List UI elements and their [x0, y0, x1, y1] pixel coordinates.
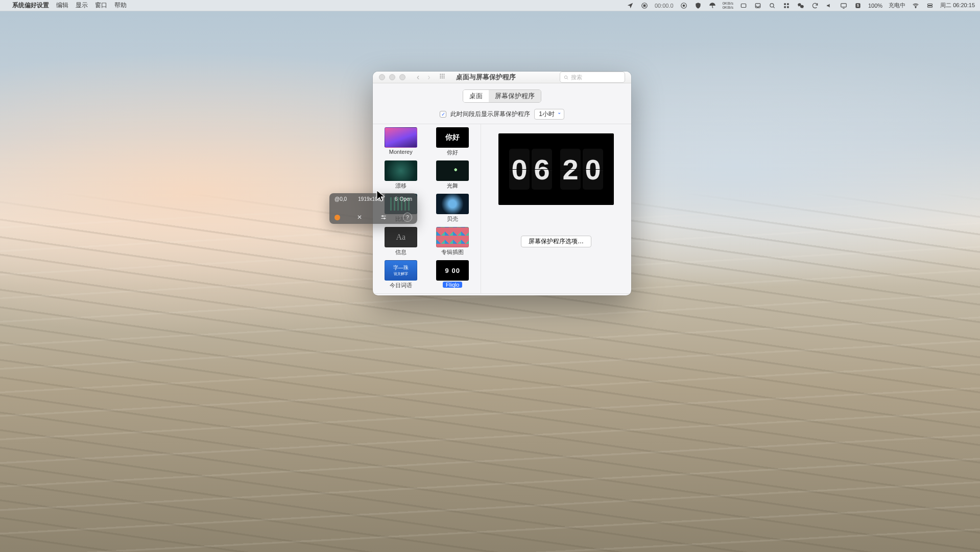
ss-label: 漂移: [395, 182, 407, 190]
grid-app-icon[interactable]: [782, 2, 791, 10]
ss-label: 信息: [395, 248, 407, 256]
search-icon[interactable]: [768, 2, 776, 10]
svg-rect-1: [643, 5, 646, 7]
ss-label: 今日词语: [390, 282, 412, 289]
nav-back-icon[interactable]: ‹: [417, 73, 419, 82]
svg-point-24: [441, 77, 442, 78]
svg-point-26: [564, 76, 567, 79]
search-placeholder: 搜索: [571, 74, 582, 81]
hud-close-icon[interactable]: ✕: [355, 213, 364, 222]
thumb-nihao: 你好: [436, 127, 469, 148]
square-s-icon[interactable]: S: [854, 2, 862, 10]
hud-origin: @0,0: [334, 196, 347, 202]
nav-forward-icon: ›: [427, 73, 430, 82]
tab-screensaver[interactable]: 屏幕保护程序: [489, 90, 541, 102]
hud-timer: 6: [395, 196, 398, 202]
ss-label: 光舞: [447, 182, 458, 190]
hud-help-icon[interactable]: ?: [403, 213, 412, 222]
hud-record-icon[interactable]: [334, 215, 340, 220]
mouse-cursor-icon: [376, 190, 387, 204]
window-titlebar[interactable]: ‹ › 桌面与屏幕保护程序 搜索: [373, 72, 631, 83]
ss-label: Fliqlo: [443, 282, 462, 288]
svg-point-21: [441, 76, 442, 77]
ss-item-light[interactable]: 光舞: [432, 160, 474, 190]
tray-icon[interactable]: [754, 2, 762, 10]
ss-item-nihao[interactable]: 你好 你好: [432, 127, 474, 156]
menu-edit[interactable]: 编辑: [56, 1, 68, 10]
hud-settings-icon[interactable]: [379, 213, 388, 222]
svg-point-19: [443, 74, 444, 75]
svg-point-17: [440, 74, 441, 75]
ss-item-album[interactable]: 专辑插图: [432, 227, 474, 256]
ss-item-shell[interactable]: 贝壳: [432, 194, 474, 223]
shield-icon[interactable]: [694, 2, 702, 10]
ss-label: 专辑插图: [441, 248, 464, 256]
menubar-app-title[interactable]: 系统偏好设置: [12, 1, 49, 10]
svg-point-6: [770, 3, 774, 7]
thumb-monterey: [385, 127, 417, 148]
thumb-fliqlo: 9 00: [436, 260, 469, 281]
svg-rect-16: [927, 6, 932, 7]
monitor-icon[interactable]: [840, 2, 848, 10]
menu-window[interactable]: 窗口: [95, 1, 107, 10]
control-center-icon[interactable]: [926, 2, 934, 10]
window-title: 桌面与屏幕保护程序: [456, 73, 516, 82]
menu-help[interactable]: 帮助: [114, 1, 127, 10]
wechat-icon[interactable]: [797, 2, 805, 10]
svg-point-27: [382, 216, 383, 217]
ss-label: 贝壳: [447, 215, 458, 223]
svg-point-3: [683, 5, 685, 7]
zoom-dot[interactable]: [399, 74, 405, 80]
svg-rect-11: [841, 3, 847, 7]
volume-icon[interactable]: [825, 2, 833, 10]
flip-h2: 6: [532, 149, 552, 190]
thumb-shell: [436, 194, 469, 214]
flip-m1: 2: [560, 149, 581, 190]
delay-select[interactable]: 1小时: [534, 109, 564, 120]
system-prefs-window: ‹ › 桌面与屏幕保护程序 搜索 桌面 屏幕保护程序 ✓ 此时间段后显示屏幕保护…: [373, 72, 631, 295]
svg-rect-4: [741, 4, 746, 7]
network-speed: 0KB/s 0KB/s: [723, 2, 733, 10]
prefs-search[interactable]: 搜索: [560, 72, 625, 83]
wifi-icon[interactable]: [912, 2, 920, 10]
menu-view[interactable]: 显示: [76, 1, 88, 10]
svg-point-18: [441, 74, 442, 75]
ss-item-drift[interactable]: 漂移: [380, 160, 422, 190]
svg-point-23: [440, 77, 441, 78]
record-timer: 00:00.0: [655, 3, 674, 9]
svg-point-25: [443, 77, 444, 78]
battery-state: 充电中: [889, 2, 905, 9]
show-all-icon[interactable]: [439, 73, 446, 82]
menubar-clock[interactable]: 周二 06:20:15: [940, 2, 975, 9]
sync-icon[interactable]: [811, 2, 819, 10]
ss-item-message[interactable]: Aa 信息: [380, 227, 422, 256]
record-stop-icon[interactable]: [640, 2, 649, 10]
umbrella-icon[interactable]: [708, 2, 716, 10]
minimize-dot[interactable]: [389, 74, 395, 80]
screenshot-hud[interactable]: @0,0 980x552 6 Open ✕ ?: [329, 193, 417, 224]
screensaver-preview[interactable]: 0 6 2 0: [498, 133, 614, 205]
screenshot-icon[interactable]: [739, 2, 748, 10]
tab-desktop[interactable]: 桌面: [463, 90, 489, 102]
svg-point-22: [443, 76, 444, 77]
svg-point-14: [915, 7, 916, 8]
thumb-message: Aa: [385, 227, 417, 247]
hud-open[interactable]: Open: [400, 196, 412, 202]
search-icon: [563, 75, 569, 80]
battery-percent: 100%: [868, 3, 882, 9]
siri-eye-icon[interactable]: [680, 2, 688, 10]
svg-rect-15: [927, 4, 932, 5]
flip-h1: 0: [509, 149, 530, 190]
traffic-lights[interactable]: [379, 74, 405, 80]
ss-item-monterey[interactable]: Monterey: [380, 127, 422, 156]
location-icon[interactable]: [626, 2, 634, 10]
svg-point-28: [384, 218, 385, 219]
tab-segmented: 桌面 屏幕保护程序: [463, 89, 541, 103]
screensaver-options-button[interactable]: 屏幕保护程序选项…: [521, 236, 591, 247]
ss-item-fliqlo[interactable]: 9 00 Fliqlo: [432, 260, 474, 289]
svg-rect-8: [787, 3, 789, 5]
menubar: 系统偏好设置 编辑 显示 窗口 帮助 00:00.0 0KB/s 0KB/s S…: [0, 0, 980, 11]
close-dot[interactable]: [379, 74, 385, 80]
ss-item-word[interactable]: 字—珠 说文解字 今日词语: [380, 260, 422, 289]
delay-checkbox[interactable]: ✓: [440, 111, 446, 118]
